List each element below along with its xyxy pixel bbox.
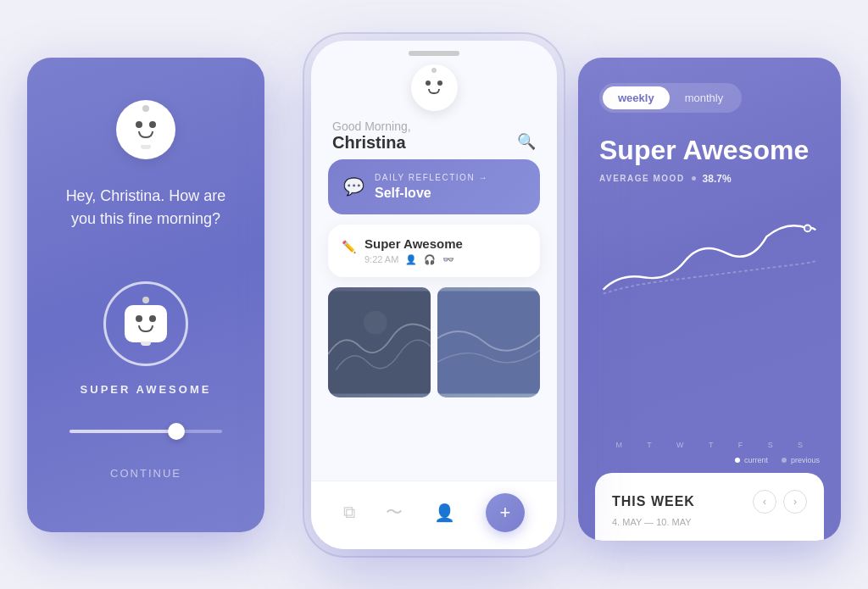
search-icon[interactable]: 🔍	[517, 132, 536, 151]
phone-eye-l	[426, 81, 431, 86]
headphone-icon: 🎧	[424, 254, 436, 265]
mood-chart	[595, 202, 824, 320]
prev-week-button[interactable]: ‹	[753, 490, 776, 514]
robot-face-left	[116, 100, 175, 159]
slider-fill	[70, 430, 176, 433]
toggle-row: weekly monthly	[599, 83, 742, 113]
day-f: F	[738, 441, 743, 449]
robot-chin-left	[141, 145, 151, 149]
image-right	[437, 287, 540, 397]
this-week-title: THIS WEEK	[612, 494, 695, 509]
mood-entry-content: Super Awesome 9:22 AM 👤 🎧 👓	[364, 236, 526, 265]
this-week-header: THIS WEEK ‹ ›	[612, 490, 807, 514]
mood-eye-l	[136, 315, 142, 322]
svg-point-1	[364, 310, 387, 334]
mood-stats-value: 38.7%	[703, 173, 732, 185]
slider-container[interactable]	[70, 430, 222, 433]
center-phone: Good Morning, Christina 🔍 💬 DAILY REFLEC…	[311, 41, 557, 549]
slider-thumb[interactable]	[168, 423, 185, 440]
robot-eyes-mood	[136, 315, 156, 322]
daily-reflection-card[interactable]: 💬 DAILY REFLECTION → Self-love	[328, 159, 540, 214]
phone-antenna	[431, 68, 437, 73]
reflection-icon: 💬	[343, 176, 364, 197]
legend-current-dot	[735, 458, 740, 463]
edit-icon: ✏️	[342, 240, 356, 253]
phone-nav: ⧉ 〜 👤 +	[311, 481, 557, 549]
robot-mouth-left	[138, 131, 153, 138]
svg-rect-0	[328, 291, 431, 393]
robot-eye-right	[149, 121, 156, 128]
chart-area	[595, 202, 824, 436]
chart-legend: current previous	[599, 456, 820, 464]
left-card: Hey, Christina. How are you this fine mo…	[27, 58, 264, 532]
robot-head-left	[128, 114, 164, 146]
nav-profile-icon[interactable]: 👤	[434, 503, 455, 523]
slider-track	[70, 430, 222, 433]
nav-activity-icon[interactable]: 〜	[386, 501, 403, 524]
mood-entry-card[interactable]: ✏️ Super Awesome 9:22 AM 👤 🎧 👓	[328, 225, 540, 277]
phone-eye-r	[437, 81, 442, 86]
legend-previous-label: previous	[791, 456, 820, 464]
scene: Hey, Christina. How are you this fine mo…	[27, 24, 841, 566]
legend-previous: previous	[782, 456, 820, 464]
people-icon: 👤	[405, 254, 417, 265]
phone-header: Good Morning, Christina 🔍	[311, 111, 557, 159]
image-left	[328, 287, 431, 397]
nav-arrows: ‹ ›	[753, 490, 807, 514]
eye-icon: 👓	[442, 254, 454, 265]
robot-eyes-left	[136, 121, 156, 128]
phone-notch	[409, 51, 459, 56]
phone-robot-head	[420, 75, 448, 100]
svg-point-4	[805, 225, 810, 231]
legend-current: current	[735, 456, 768, 464]
legend-current-label: current	[744, 456, 768, 464]
day-t1: T	[647, 441, 652, 449]
mood-circle	[103, 281, 188, 366]
this-week-card: THIS WEEK ‹ › 4. MAY — 10. MAY	[595, 473, 824, 541]
phone-eyes	[426, 81, 442, 86]
robot-head-mood	[125, 305, 167, 342]
reflection-title: Self-love	[375, 186, 525, 201]
phone-greeting-block: Good Morning, Christina	[332, 119, 411, 153]
mood-entry-time: 9:22 AM	[364, 254, 398, 264]
phone-robot-face	[417, 70, 451, 104]
day-s2: S	[798, 441, 804, 449]
day-labels: M T W T F S S	[599, 441, 820, 449]
day-w: W	[676, 441, 684, 449]
next-week-button[interactable]: ›	[783, 490, 807, 514]
legend-previous-dot	[782, 458, 787, 463]
nav-add-button[interactable]: +	[486, 493, 525, 532]
robot-eye-left	[136, 121, 142, 128]
mood-stats-label: AVERAGE MOOD	[599, 174, 685, 183]
mood-stats-dot	[692, 176, 696, 181]
mood-label: SUPER AWESOME	[81, 383, 212, 396]
svg-rect-2	[437, 291, 540, 393]
reflection-content: DAILY REFLECTION → Self-love	[375, 173, 525, 201]
day-s1: S	[768, 441, 774, 449]
robot-antenna-left	[142, 105, 149, 112]
day-m: M	[615, 441, 622, 449]
mood-face	[120, 298, 171, 349]
mood-entry-title: Super Awesome	[364, 236, 526, 251]
robot-antenna-mood	[142, 297, 149, 303]
robot-chin-mood	[141, 342, 151, 346]
week-date-range: 4. MAY — 10. MAY	[612, 517, 807, 527]
right-card: weekly monthly Super Awesome AVERAGE MOO…	[578, 58, 841, 541]
toggle-weekly-button[interactable]: weekly	[603, 86, 670, 109]
day-t2: T	[709, 441, 714, 449]
mood-entry-meta: 9:22 AM 👤 🎧 👓	[364, 254, 526, 265]
robot-mouth-mood	[138, 325, 153, 332]
greeting-text: Hey, Christina. How are you this fine mo…	[53, 185, 239, 231]
phone-name: Christina	[332, 133, 411, 153]
right-card-title: Super Awesome	[599, 134, 820, 166]
phone-greeting-text: Good Morning,	[332, 119, 411, 133]
image-grid	[328, 287, 540, 397]
nav-cards-icon[interactable]: ⧉	[343, 503, 355, 522]
continue-button[interactable]: CONTINUE	[110, 467, 181, 480]
phone-avatar	[411, 64, 458, 111]
phone-mouth	[428, 89, 440, 94]
mood-stats-row: AVERAGE MOOD 38.7%	[599, 173, 820, 185]
toggle-monthly-button[interactable]: monthly	[670, 86, 739, 109]
avatar-left	[116, 100, 175, 159]
reflection-label: DAILY REFLECTION →	[375, 173, 525, 182]
